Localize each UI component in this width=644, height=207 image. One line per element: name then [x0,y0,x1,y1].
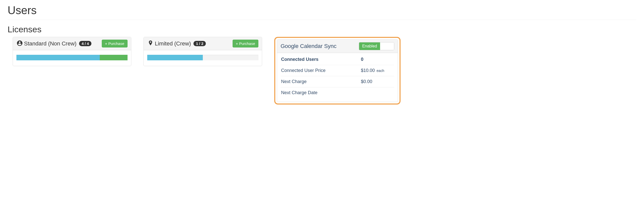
license-card-limited: Limited (Crew) 1 / 2 + Purchase [143,37,262,66]
license-card-standard-header-left: Standard (Non Crew) 4 / 4 [16,40,91,47]
license-card-standard-body [13,50,131,66]
license-card-limited-body [144,50,262,66]
calendar-sync-header: Google Calendar Sync Enabled [277,40,398,53]
license-card-standard-title: Standard (Non Crew) [24,40,77,47]
license-limited-progress-used [147,55,203,60]
calendar-sync-title: Google Calendar Sync [281,43,336,49]
sync-row-connected-user-price: Connected User Price $10.00 each [281,65,394,76]
sync-label-connected-user-price: Connected User Price [281,68,361,73]
divider [8,20,636,20]
sync-row-connected-users: Connected Users 0 [281,54,394,65]
calendar-sync-card: Google Calendar Sync Enabled Connected U… [277,39,398,102]
license-standard-progress-available [100,55,128,60]
sync-value-connected-user-price: $10.00 each [361,68,394,73]
purchase-limited-button[interactable]: + Purchase [233,40,258,47]
sync-row-next-charge-date: Next Charge Date [281,87,394,98]
license-card-limited-title: Limited (Crew) [155,40,191,47]
license-card-standard-count-badge: 4 / 4 [79,41,91,46]
page-title: Users [8,4,636,17]
map-pin-icon [147,40,154,47]
sync-label-connected-users: Connected Users [281,57,361,62]
license-card-standard-header: Standard (Non Crew) 4 / 4 + Purchase [13,37,131,50]
license-standard-progress-used [16,55,100,60]
licenses-section-title: Licenses [8,24,636,34]
license-card-standard: Standard (Non Crew) 4 / 4 + Purchase [13,37,131,66]
calendar-sync-body: Connected Users 0 Connected User Price $… [277,53,398,102]
calendar-sync-toggle[interactable]: Enabled [359,42,394,50]
sync-value-connected-users: 0 [361,57,394,62]
user-circle-icon [16,40,23,47]
sync-row-next-charge: Next Charge $0.00 [281,76,394,87]
license-card-limited-count-badge: 1 / 2 [193,41,206,46]
sync-label-next-charge-date: Next Charge Date [281,90,361,95]
calendar-sync-toggle-handle [380,42,394,50]
calendar-sync-highlight: Google Calendar Sync Enabled Connected U… [274,37,401,105]
license-standard-progress [16,55,128,60]
sync-value-next-charge: $0.00 [361,79,394,84]
license-card-limited-header-left: Limited (Crew) 1 / 2 [147,40,206,47]
purchase-standard-button[interactable]: + Purchase [102,40,128,47]
license-limited-progress [147,55,258,60]
sync-value-price-suffix: each [377,69,384,73]
sync-value-price-amount: $10.00 [361,68,375,73]
license-cards-row: Standard (Non Crew) 4 / 4 + Purchase Lim… [8,37,636,105]
calendar-sync-toggle-label: Enabled [359,42,380,50]
license-card-limited-header: Limited (Crew) 1 / 2 + Purchase [144,37,262,50]
sync-label-next-charge: Next Charge [281,79,361,84]
